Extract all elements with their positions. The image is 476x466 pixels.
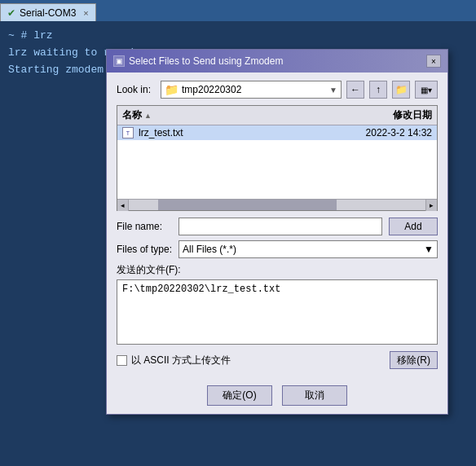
remove-button[interactable]: 移除(R)	[390, 351, 438, 369]
files-of-type-arrow: ▼	[424, 244, 434, 255]
terminal-line-1: ~ # lrz	[8, 28, 468, 45]
dialog-title-left: ▣ Select Files to Send using Zmodem	[113, 55, 283, 67]
scroll-right-button[interactable]: ▸	[425, 200, 437, 211]
file-list-body: T lrz_test.txt 2022-3-2 14:32	[117, 125, 437, 199]
file-icon: T	[122, 127, 135, 138]
scroll-left-button[interactable]: ◂	[117, 200, 129, 211]
new-folder-button[interactable]: 📁	[392, 81, 410, 99]
scroll-track[interactable]	[129, 200, 425, 210]
lookin-combo[interactable]: 📁 tmp20220302 ▼	[161, 81, 342, 99]
files-of-type-label: Files of type:	[117, 244, 172, 255]
back-icon: ←	[350, 84, 360, 95]
file-name: lrz_test.txt	[139, 127, 342, 138]
tab-check-icon: ✔	[7, 7, 15, 19]
ascii-left: 以 ASCII 方式上传文件	[117, 354, 231, 367]
files-of-type-row: Files of type: All Files (*.*) ▼	[117, 240, 438, 258]
send-files-section: 发送的文件(F): F:\tmp20220302\lrz_test.txt	[117, 263, 438, 345]
view-toggle-button[interactable]: ▦▾	[415, 81, 438, 99]
files-of-type-value: All Files (*.*)	[183, 244, 236, 255]
ascii-row: 以 ASCII 方式上传文件 移除(R)	[117, 351, 438, 369]
tab-serial-com3[interactable]: ✔ Serial-COM3 ×	[0, 3, 96, 21]
add-button[interactable]: Add	[389, 218, 438, 235]
ascii-checkbox[interactable]	[117, 355, 127, 366]
dialog-titlebar: ▣ Select Files to Send using Zmodem ×	[107, 50, 447, 73]
files-of-type-combo[interactable]: All Files (*.*) ▼	[178, 240, 438, 258]
lookin-label: Look in:	[117, 84, 156, 95]
col-date-header: 修改日期	[342, 108, 432, 122]
dialog-footer: 确定(O) 取消	[107, 385, 447, 414]
tab-close-button[interactable]: ×	[83, 8, 88, 18]
lookin-dropdown-arrow: ▼	[329, 86, 337, 95]
zmodem-dialog: ▣ Select Files to Send using Zmodem × Lo…	[106, 49, 448, 415]
send-files-label: 发送的文件(F):	[117, 263, 438, 277]
lookin-row: Look in: 📁 tmp20220302 ▼ ← ↑ 📁 ▦▾	[117, 81, 438, 99]
tab-label: Serial-COM3	[20, 7, 76, 19]
up-button[interactable]: ↑	[369, 81, 387, 99]
txt-file-icon: T	[122, 127, 134, 138]
tab-bar: ✔ Serial-COM3 ×	[0, 0, 476, 21]
send-files-box[interactable]: F:\tmp20220302\lrz_test.txt	[117, 279, 438, 345]
new-folder-icon: 📁	[395, 84, 408, 95]
dialog-close-button[interactable]: ×	[426, 55, 441, 68]
file-date: 2022-3-2 14:32	[342, 127, 432, 138]
horizontal-scrollbar[interactable]: ◂ ▸	[117, 199, 437, 210]
filename-label: File name:	[117, 221, 172, 232]
col-name-header: 名称 ▲	[122, 108, 342, 122]
dialog-title-icon: ▣	[113, 55, 125, 67]
scroll-thumb[interactable]	[158, 200, 336, 210]
file-list-container: 名称 ▲ 修改日期 T lrz_test.txt 2022-3-2 14:32 …	[117, 105, 438, 211]
lookin-folder-icon: 📁	[165, 83, 178, 96]
ascii-label: 以 ASCII 方式上传文件	[131, 354, 231, 367]
back-button[interactable]: ←	[346, 81, 364, 99]
lookin-folder-name: tmp20220302	[182, 84, 326, 95]
up-icon: ↑	[376, 84, 381, 95]
dialog-body: Look in: 📁 tmp20220302 ▼ ← ↑ 📁 ▦▾	[107, 73, 447, 385]
confirm-button[interactable]: 确定(O)	[207, 385, 272, 406]
table-row[interactable]: T lrz_test.txt 2022-3-2 14:32	[117, 125, 437, 140]
dialog-title-icon-symbol: ▣	[116, 57, 123, 65]
filename-input[interactable]	[178, 218, 382, 235]
file-list-header: 名称 ▲ 修改日期	[117, 106, 437, 125]
dialog-title-text: Select Files to Send using Zmodem	[129, 55, 283, 67]
view-icon: ▦▾	[421, 86, 432, 95]
filename-row: File name: Add	[117, 218, 438, 235]
cancel-button[interactable]: 取消	[282, 385, 347, 406]
sort-arrow-icon: ▲	[144, 112, 152, 120]
